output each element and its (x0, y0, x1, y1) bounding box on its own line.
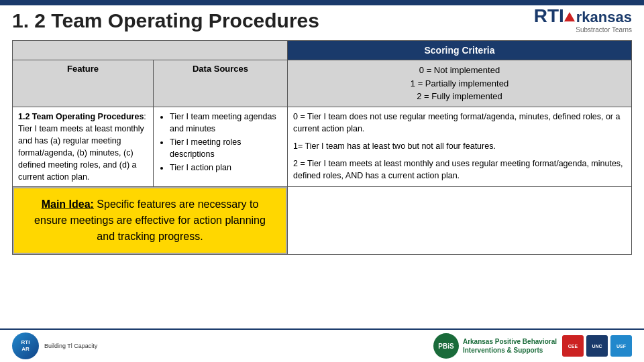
circle-logo-text: RTIAR (21, 339, 30, 352)
pbis-logo-box: PBiS Arkansas Positive BehavioralInterve… (433, 333, 557, 359)
feature-text-bold: 1.2 Team Operating Procedures (18, 112, 144, 121)
page-title: 1. 2 Team Operating Procedures (12, 9, 319, 32)
logo-area: RTIrkansas Substractor Tearns (534, 7, 632, 34)
small-logo-2: UNC (586, 335, 608, 357)
feature-subheader: Feature (13, 60, 154, 107)
pbis-text: Arkansas Positive BehavioralIntervention… (463, 337, 557, 355)
arkansas-text: rkansas (576, 9, 632, 25)
scoring-criteria-header: Scoring Criteria (288, 41, 632, 60)
pbis-label: PBiS (438, 343, 453, 350)
building-text: Building Tl Capacity (44, 342, 97, 351)
bottom-logo-left: RTIAR Building Tl Capacity (12, 333, 97, 359)
header-row: Scoring Criteria (13, 41, 632, 60)
data-source-item-2: Tier I meeting roles descriptions (170, 136, 282, 160)
scoring-1-text: 1= Tier I team has at least two but not … (293, 140, 626, 152)
main-table: Scoring Criteria Feature Data Sources 0 … (12, 40, 632, 255)
rti-logo: RTIrkansas (534, 7, 632, 25)
highlight-cell: Main Idea: Specific features are necessa… (13, 187, 288, 255)
highlight-row: Main Idea: Specific features are necessa… (13, 187, 632, 255)
left-circle-logo: RTIAR (12, 333, 39, 359)
data-sources-subheader: Data Sources (154, 60, 288, 107)
small-logo-3: USF (610, 335, 632, 357)
data-source-item-3: Tier I action plan (170, 162, 282, 174)
main-content: Scoring Criteria Feature Data Sources 0 … (12, 40, 632, 325)
subtitle-teams: Substractor Tearns (576, 26, 632, 34)
page-wrapper: RTIrkansas Substractor Tearns 1. 2 Team … (0, 0, 644, 362)
scoring-0-text: 0 = Tier I team does not use regular mee… (293, 111, 626, 135)
scoring-empty-cell (288, 187, 632, 255)
small-logo-1: CEE (562, 335, 584, 357)
data-sources-cell: Tier I team meeting agendas and minutes … (154, 107, 288, 187)
scoring-cell: 0 = Tier I team does not use regular mee… (288, 107, 632, 187)
triangle-icon (564, 12, 575, 21)
blank-header (13, 41, 288, 60)
bottom-bar: RTIAR Building Tl Capacity PBiS Arkansas… (0, 328, 644, 362)
scoring-2-text: 2 = Tier I team meets at least monthly a… (293, 158, 626, 182)
scoring-sub-2: 2 = Fully implemented (293, 90, 626, 103)
scoring-sub-1: 1 = Partially implemented (293, 77, 626, 90)
highlight-label: Main Idea: (42, 198, 94, 210)
content-row: 1.2 Team Operating Procedures: Tier I te… (13, 107, 632, 187)
data-source-item-1: Tier I team meeting agendas and minutes (170, 111, 282, 135)
rti-text: RTI (534, 5, 564, 26)
feature-text: : Tier I team meets at least monthly and… (18, 112, 146, 182)
scoring-subheader: 0 = Not implemented 1 = Partially implem… (288, 60, 632, 107)
feature-cell: 1.2 Team Operating Procedures: Tier I te… (13, 107, 154, 187)
right-logos-group: CEE UNC USF (562, 335, 632, 357)
bottom-logo-right: PBiS Arkansas Positive BehavioralInterve… (433, 333, 632, 359)
top-bar (0, 0, 644, 5)
highlight-box: Main Idea: Specific features are necessa… (13, 187, 287, 254)
pbis-circle: PBiS (433, 333, 459, 359)
data-sources-list: Tier I team meeting agendas and minutes … (159, 111, 282, 174)
scoring-sub-0: 0 = Not implemented (293, 64, 626, 77)
subheader-row: Feature Data Sources 0 = Not implemented… (13, 60, 632, 107)
bottom-logo-left-text: Building Tl Capacity (44, 342, 97, 351)
